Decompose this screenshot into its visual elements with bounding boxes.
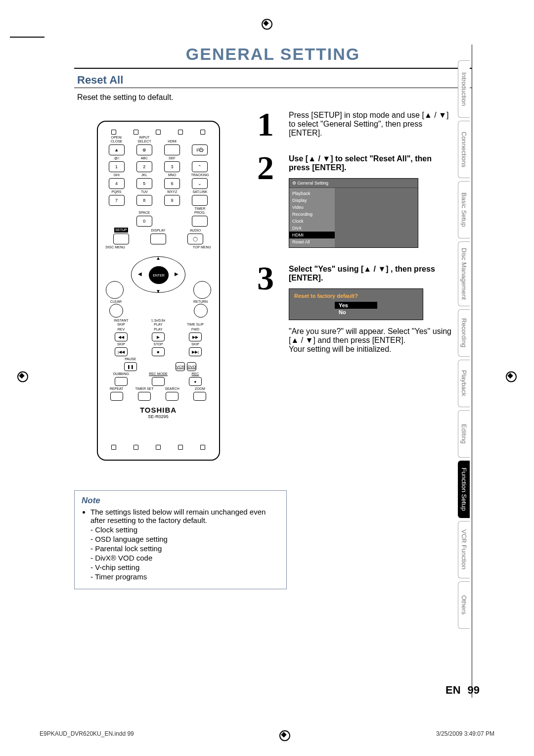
remote-illustration: OPEN/ CLOSE▲ INPUT SELECT⊕ HDMI I/⏻ .@/:…: [97, 121, 220, 461]
page-title: GENERAL SETTING: [74, 45, 472, 64]
step-3-after-1: "Are you sure?" will appear. Select "Yes…: [289, 327, 452, 336]
intro-text: Reset the setting to default.: [77, 93, 472, 102]
return-button: [194, 304, 208, 318]
dubbing-button: [115, 377, 128, 386]
tab-recording[interactable]: Recording: [458, 309, 470, 357]
rev-button: ◀◀: [115, 332, 128, 341]
vcr-button: VCR: [176, 362, 185, 371]
hdmi-button: [164, 144, 180, 155]
audio-button: ◯: [187, 234, 203, 244]
step-3-text: Select "Yes" using [▲ / ▼] , then press …: [289, 265, 452, 283]
crop-mark-left: [17, 372, 28, 385]
key-3: 3: [164, 161, 180, 172]
top-menu-button: [193, 281, 211, 299]
setup-button: [113, 234, 129, 244]
crop-mark-top: [262, 19, 272, 32]
page-number: EN99: [445, 684, 480, 697]
osd-yes: Yes: [335, 302, 377, 309]
timer-set-button: [138, 392, 151, 401]
search-button: [166, 392, 178, 401]
note-box: Note The settings listed below will rema…: [74, 490, 287, 589]
rec-mode-button: [152, 377, 165, 386]
note-title: Note: [82, 496, 279, 506]
step-2: 2 Use [▲ / ▼] to select "Reset All", the…: [257, 154, 452, 248]
hdmi-label: HDMI: [168, 140, 177, 143]
enter-button: ENTER: [149, 266, 169, 284]
setup-label: SETUP: [114, 228, 128, 233]
content-frame: GENERAL SETTING Reset All Reset the sett…: [74, 45, 472, 698]
note-sub-list: Clock setting OSD language setting Paren…: [82, 525, 279, 581]
skip-next-button: ▶▶|: [189, 347, 202, 356]
step-3: 3 Select "Yes" using [▲ / ▼] , then pres…: [257, 265, 452, 354]
fwd-button: ▶▶: [189, 332, 202, 341]
file-name: E9PKAUD_DVR620KU_EN.indd 99: [40, 730, 134, 741]
ch-down-button: ⌄: [192, 178, 208, 189]
key-8: 8: [136, 195, 152, 206]
section-heading: Reset All: [77, 74, 472, 87]
step-3-after-3: Your setting will be initialized.: [289, 345, 452, 354]
tab-editing[interactable]: Editing: [458, 410, 470, 458]
step-2-text: Use [▲ / ▼] to select "Reset All", then …: [289, 154, 452, 172]
crop-mark-right: [506, 372, 517, 385]
disc-menu-button: [106, 281, 124, 299]
tab-disc-management[interactable]: Disc Management: [458, 241, 470, 306]
skip-prev-button: |◀◀: [115, 347, 128, 356]
power-button: I/⏻: [192, 144, 208, 155]
osd-general-setting: ⚙ General Setting Playback Display Video…: [289, 178, 418, 248]
play-button: ▶: [152, 332, 165, 341]
step-3-number: 3: [257, 265, 281, 291]
eject-button: ▲: [109, 144, 125, 155]
crop-mark-bottom: [279, 730, 290, 741]
timer-prog-button: [192, 216, 208, 227]
nav-pad: ▲▼◀▶ ENTER: [131, 252, 185, 297]
key-2: 2: [136, 161, 152, 172]
input-select-label: INPUT SELECT: [134, 136, 155, 143]
osd-reset-confirm: Reset to factory default? Yes No: [289, 288, 423, 320]
osd-no: No: [335, 309, 377, 316]
zoom-button: [193, 392, 206, 401]
key-0: 0: [136, 216, 152, 227]
disc-menu-label: DISC MENU: [106, 245, 125, 249]
display-button: [150, 234, 166, 244]
tab-connections[interactable]: Connections: [458, 121, 470, 178]
tab-basic-setup[interactable]: Basic Setup: [458, 181, 470, 238]
open-close-label: OPEN/ CLOSE: [106, 136, 127, 143]
clear-button: [109, 304, 123, 318]
step-1: 1 Press [SETUP] in stop mode and use [▲ …: [257, 111, 452, 138]
key-7: 7: [109, 195, 125, 206]
tab-vcr-function[interactable]: VCR Function: [458, 521, 470, 578]
print-footer: E9PKAUD_DVR620KU_EN.indd 99 3/25/2009 3:…: [40, 730, 494, 741]
input-select-button: ⊕: [136, 144, 152, 155]
ch-up-button: ⌃: [192, 161, 208, 172]
corner-line: [10, 37, 44, 38]
note-lead: The settings listed below will remain un…: [90, 508, 279, 524]
key-1: 1: [109, 161, 125, 172]
key-9: 9: [164, 195, 180, 206]
tab-introduction[interactable]: Introduction: [458, 60, 470, 118]
top-menu-label: TOP MENU: [193, 245, 211, 249]
osd-menu-hdmi-highlight: HDMI: [289, 232, 335, 238]
model-number: SE-R0295: [103, 414, 214, 419]
tab-playback[interactable]: Playback: [458, 360, 470, 407]
tab-function-setup[interactable]: Function Setup: [458, 461, 470, 518]
section-underline: [74, 88, 472, 88]
tab-others[interactable]: Others: [458, 581, 470, 629]
gear-icon: ⚙: [292, 181, 296, 186]
brand-name: TOSHIBA: [103, 406, 214, 414]
rec-button: ●: [189, 377, 202, 386]
osd-menu-list: Playback Display Video Recording Clock D…: [289, 188, 335, 247]
step-3-after-2: [▲ / ▼] and then press [ENTER].: [289, 336, 452, 345]
side-tabs: Introduction Connections Basic Setup Dis…: [458, 60, 472, 632]
osd-question: Reset to factory default?: [294, 293, 418, 299]
step-1-text: Press [SETUP] in stop mode and use [▲ / …: [289, 111, 452, 138]
timestamp: 3/25/2009 3:49:07 PM: [436, 730, 494, 741]
repeat-button: [110, 392, 123, 401]
title-underline: [74, 68, 472, 69]
key-6: 6: [164, 178, 180, 189]
satlink-button: [192, 195, 208, 206]
key-4: 4: [109, 178, 125, 189]
step-1-number: 1: [257, 111, 281, 138]
pause-button: ❚❚: [124, 362, 137, 371]
key-5: 5: [136, 178, 152, 189]
step-2-number: 2: [257, 154, 281, 181]
